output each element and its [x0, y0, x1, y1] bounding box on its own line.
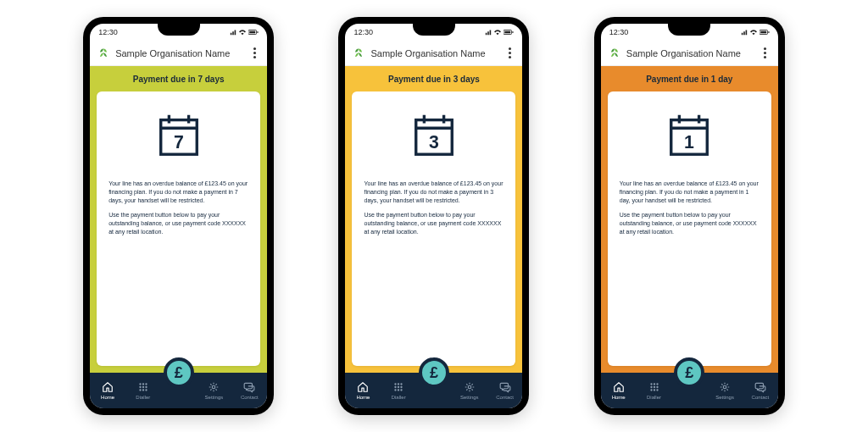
- app-bar: Sample Organisation Name: [345, 41, 522, 66]
- svg-point-47: [650, 386, 652, 388]
- nav-home-label: Home: [356, 395, 370, 400]
- svg-point-14: [139, 389, 141, 390]
- nav-dialler-label: Dialler: [392, 395, 406, 400]
- svg-point-26: [395, 383, 397, 385]
- org-logo-icon: [608, 47, 621, 60]
- notch: [668, 24, 710, 36]
- payment-due-banner: Payment due in 7 days: [90, 66, 267, 91]
- status-time: 12:30: [98, 28, 118, 36]
- nav-settings[interactable]: Settings: [707, 373, 743, 408]
- nav-contact[interactable]: Contact: [743, 373, 778, 408]
- status-icons: [485, 29, 514, 36]
- nav-settings[interactable]: Settings: [197, 373, 232, 408]
- banner-text: Payment due in 3 days: [388, 75, 480, 84]
- nav-dialler[interactable]: Dialler: [381, 373, 416, 408]
- org-logo-icon: [352, 47, 365, 60]
- nav-settings[interactable]: Settings: [452, 373, 487, 408]
- svg-rect-19: [505, 31, 511, 34]
- svg-rect-38: [768, 31, 769, 33]
- phone-mock-0: 12:30 Sample Organisation Name Payment d…: [83, 17, 274, 415]
- payment-fab-button[interactable]: £: [674, 357, 704, 388]
- notch: [158, 24, 200, 36]
- pound-icon: £: [685, 364, 693, 382]
- bottom-nav: £ Home Dialler Settings Contact: [345, 373, 522, 408]
- overflow-menu-button[interactable]: [248, 47, 260, 58]
- payment-fab-button[interactable]: £: [419, 357, 449, 388]
- app-title: Sample Organisation Name: [115, 48, 243, 58]
- svg-rect-1: [249, 31, 255, 34]
- svg-point-34: [401, 389, 403, 390]
- nav-home[interactable]: Home: [90, 373, 125, 408]
- org-logo-icon: [97, 47, 110, 60]
- svg-text:7: 7: [174, 132, 184, 152]
- svg-point-45: [653, 383, 654, 385]
- svg-point-49: [656, 386, 658, 388]
- phone-mock-1: 12:30 Sample Organisation Name Payment d…: [338, 17, 529, 415]
- svg-point-10: [145, 383, 147, 385]
- payment-fab-button[interactable]: £: [164, 357, 194, 388]
- banner-text: Payment due in 7 days: [133, 75, 225, 84]
- svg-rect-20: [513, 31, 514, 33]
- nav-dialler-label: Dialler: [647, 395, 661, 400]
- nav-contact-label: Contact: [241, 395, 259, 400]
- app-title: Sample Organisation Name: [370, 48, 498, 58]
- nav-home-label: Home: [101, 395, 114, 400]
- overflow-menu-button[interactable]: [504, 47, 515, 58]
- svg-point-31: [401, 386, 403, 388]
- overflow-menu-button[interactable]: [760, 47, 771, 58]
- content-wrap: 7 Your line has an overdue balance of £1…: [90, 91, 267, 373]
- nav-home[interactable]: Home: [601, 373, 637, 408]
- nav-settings-label: Settings: [715, 395, 734, 400]
- svg-point-8: [139, 383, 141, 385]
- svg-point-15: [142, 389, 144, 390]
- status-icons: [741, 29, 770, 36]
- nav-dialler[interactable]: Dialler: [125, 373, 161, 408]
- svg-point-27: [398, 383, 399, 385]
- content-wrap: 1 Your line has an overdue balance of £1…: [601, 91, 778, 373]
- nav-contact[interactable]: Contact: [231, 373, 267, 408]
- svg-point-51: [653, 389, 654, 390]
- nav-contact[interactable]: Contact: [487, 373, 523, 408]
- app-title: Sample Organisation Name: [626, 48, 754, 58]
- status-icons: [230, 29, 259, 36]
- svg-point-53: [723, 385, 726, 389]
- bottom-nav: £ Home Dialler Settings Contact: [90, 373, 267, 408]
- overdue-message-p2: Use the payment button below to pay your…: [620, 211, 760, 235]
- svg-text:1: 1: [684, 132, 694, 152]
- svg-point-46: [656, 383, 658, 385]
- app-bar: Sample Organisation Name: [90, 41, 267, 66]
- nav-home-label: Home: [612, 395, 626, 400]
- svg-point-13: [145, 386, 147, 388]
- overdue-message-p2: Use the payment button below to pay your…: [364, 211, 504, 235]
- nav-home[interactable]: Home: [345, 373, 381, 408]
- nav-settings-label: Settings: [205, 395, 224, 400]
- svg-point-16: [145, 389, 147, 390]
- overdue-message-p1: Your line has an overdue balance of £123…: [108, 180, 248, 204]
- banner-text: Payment due in 1 day: [646, 75, 732, 84]
- calendar-icon: 3: [409, 110, 459, 163]
- svg-point-33: [398, 389, 399, 390]
- pound-icon: £: [430, 364, 438, 382]
- nav-contact-label: Contact: [752, 395, 770, 400]
- svg-rect-37: [760, 31, 766, 34]
- payment-due-banner: Payment due in 3 days: [345, 66, 522, 91]
- status-time: 12:30: [353, 28, 373, 36]
- svg-rect-2: [257, 31, 258, 33]
- bottom-nav: £ Home Dialler Settings Contact: [601, 373, 778, 408]
- overdue-message-p1: Your line has an overdue balance of £123…: [620, 180, 760, 204]
- status-time: 12:30: [609, 28, 629, 36]
- content-wrap: 3 Your line has an overdue balance of £1…: [345, 91, 522, 373]
- payment-card: 3 Your line has an overdue balance of £1…: [352, 91, 515, 366]
- svg-point-9: [142, 383, 144, 385]
- overdue-message-p2: Use the payment button below to pay your…: [108, 211, 248, 235]
- svg-point-30: [398, 386, 399, 388]
- nav-dialler-label: Dialler: [136, 395, 150, 400]
- svg-point-29: [395, 386, 397, 388]
- payment-card: 7 Your line has an overdue balance of £1…: [97, 91, 260, 366]
- svg-point-28: [401, 383, 403, 385]
- nav-dialler[interactable]: Dialler: [637, 373, 672, 408]
- calendar-icon: 7: [154, 110, 203, 163]
- svg-point-44: [650, 383, 652, 385]
- app-bar: Sample Organisation Name: [601, 41, 778, 66]
- svg-text:3: 3: [429, 132, 439, 152]
